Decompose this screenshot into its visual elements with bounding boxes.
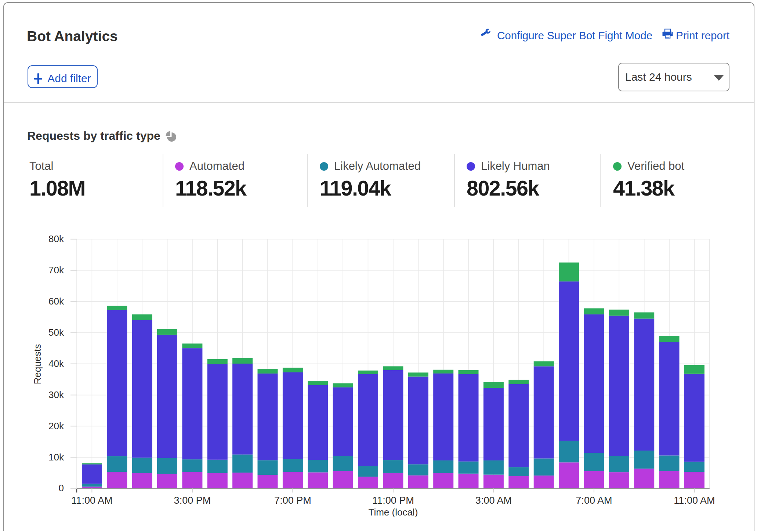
svg-text:60k: 60k [48,296,64,307]
svg-text:20k: 20k [48,420,64,431]
svg-text:Time (local): Time (local) [368,507,418,518]
svg-text:70k: 70k [48,265,64,276]
svg-text:7:00 AM: 7:00 AM [576,495,612,506]
svg-text:80k: 80k [48,233,64,244]
svg-text:40k: 40k [48,358,64,369]
svg-text:11:00 PM: 11:00 PM [372,495,414,506]
svg-text:3:00 AM: 3:00 AM [475,495,512,506]
svg-text:0: 0 [59,482,64,493]
svg-text:Requests: Requests [32,344,43,385]
svg-text:10k: 10k [48,452,64,463]
svg-text:30k: 30k [48,389,64,400]
svg-text:11:00 AM: 11:00 AM [71,495,112,506]
svg-text:7:00 PM: 7:00 PM [274,495,311,506]
svg-text:50k: 50k [48,327,64,338]
svg-text:11:00 AM: 11:00 AM [674,495,715,506]
svg-text:3:00 PM: 3:00 PM [174,495,211,506]
